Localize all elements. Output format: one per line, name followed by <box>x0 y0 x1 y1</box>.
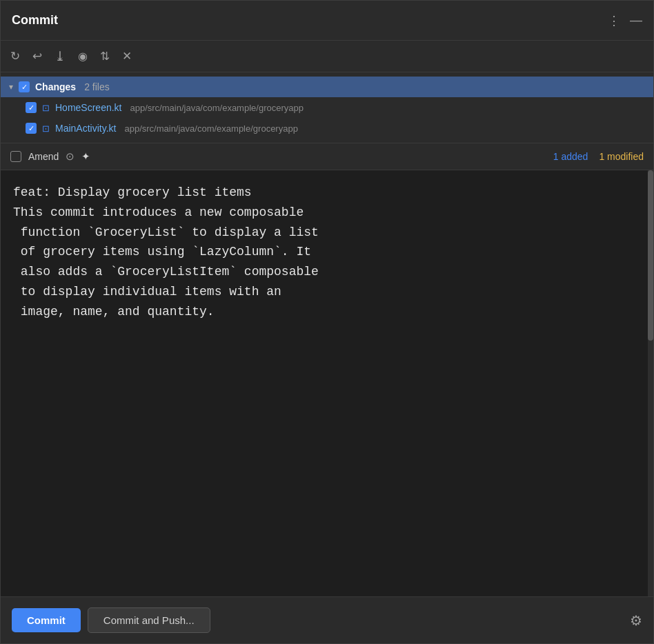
action-bar: Commit Commit and Push... ⚙ <box>1 596 653 643</box>
action-bar-left: Commit Commit and Push... <box>12 607 210 633</box>
group-count: 2 files <box>84 81 110 92</box>
group-chevron-icon: ▾ <box>9 82 13 92</box>
scrollbar[interactable] <box>648 170 653 596</box>
file1-name: HomeScreen.kt <box>55 102 121 113</box>
amend-checkbox[interactable] <box>10 151 21 162</box>
close-toolbar-icon[interactable]: ✕ <box>122 49 132 63</box>
preview-icon[interactable]: ◉ <box>78 50 88 63</box>
amend-left: Amend ⊙ ✦ <box>10 150 90 163</box>
file2-name: MainActivity.kt <box>55 123 116 134</box>
sort-icon[interactable]: ⇅ <box>100 49 110 63</box>
commit-message-area[interactable]: feat: Display grocery list items This co… <box>1 170 653 596</box>
commit-button[interactable]: Commit <box>12 608 81 632</box>
group-checkbox[interactable]: ✓ <box>19 81 30 92</box>
amend-right: 1 added 1 modified <box>553 151 644 162</box>
download-icon[interactable]: ⤓ <box>54 48 66 64</box>
file1-path: app/src/main/java/com/example/groceryapp <box>130 103 303 113</box>
window-title: Commit <box>12 13 58 28</box>
toolbar: ↻ ↩ ⤓ ◉ ⇅ ✕ <box>1 41 653 72</box>
file2-modified-icon: ⊡ <box>42 123 50 134</box>
amend-bar: Amend ⊙ ✦ 1 added 1 modified <box>1 143 653 170</box>
title-bar: Commit ⋮ — <box>1 1 653 41</box>
file1-modified-icon: ⊡ <box>42 103 50 113</box>
modified-count: 1 modified <box>599 151 644 162</box>
refresh-icon[interactable]: ↻ <box>10 49 20 63</box>
file1-checkbox[interactable]: ✓ <box>26 102 37 113</box>
more-options-icon[interactable]: ⋮ <box>608 13 620 28</box>
commit-message-text[interactable]: feat: Display grocery list items This co… <box>13 183 641 322</box>
amend-add-icon[interactable]: ✦ <box>81 150 90 163</box>
changes-group[interactable]: ▾ ✓ Changes 2 files <box>1 77 653 97</box>
settings-icon[interactable]: ⚙ <box>630 612 642 629</box>
group-label: Changes <box>35 81 76 92</box>
file2-path: app/src/main/java/com/example/groceryapp <box>124 123 297 134</box>
file-item-mainactivity[interactable]: ✓ ⊡ MainActivity.kt app/src/main/java/co… <box>1 118 653 139</box>
commit-subject: feat: Display grocery list items <box>13 185 252 199</box>
commit-push-button[interactable]: Commit and Push... <box>88 607 210 633</box>
added-count: 1 added <box>553 151 588 162</box>
scrollbar-thumb[interactable] <box>648 170 653 341</box>
minimize-icon[interactable]: — <box>630 13 642 28</box>
commit-body: This commit introduces a new composable … <box>13 205 319 319</box>
amend-history-icon[interactable]: ⊙ <box>66 150 75 163</box>
file-tree: ▾ ✓ Changes 2 files ✓ ⊡ HomeScreen.kt ap… <box>1 72 653 143</box>
file2-checkbox[interactable]: ✓ <box>26 123 37 134</box>
undo-icon[interactable]: ↩ <box>32 49 42 63</box>
amend-label: Amend <box>28 151 59 162</box>
title-bar-controls: ⋮ — <box>608 13 642 28</box>
commit-window: Commit ⋮ — ↻ ↩ ⤓ ◉ ⇅ ✕ ▾ ✓ Changes 2 fil… <box>0 0 654 644</box>
file-item-homescreen[interactable]: ✓ ⊡ HomeScreen.kt app/src/main/java/com/… <box>1 97 653 118</box>
